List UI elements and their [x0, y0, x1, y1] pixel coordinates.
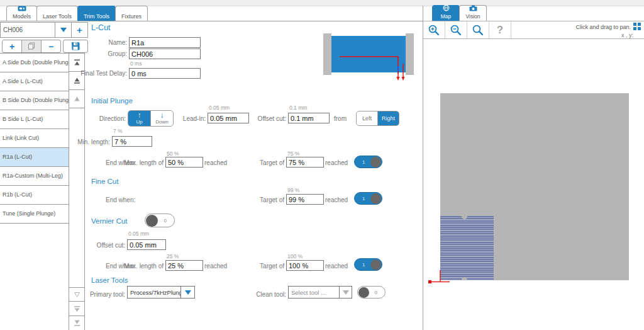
group-selector: +: [0, 22, 88, 38]
list-item[interactable]: B Side L (L-Cut): [0, 110, 69, 129]
group-label: Group:: [74, 50, 127, 57]
final-test-delay-label: Final Test Delay:: [70, 70, 127, 77]
primary-tool-label: Primary tool:: [75, 291, 125, 298]
initial-plunge-title: Initial Plunge: [91, 97, 133, 105]
tab-laser-tools[interactable]: Laser Tools: [36, 6, 78, 21]
move-to-bottom-button[interactable]: [69, 316, 84, 330]
vernier-offset-field[interactable]: [127, 239, 166, 250]
name-field[interactable]: [129, 37, 201, 48]
clean-tool-label: Clean tool:: [236, 291, 286, 298]
group-field[interactable]: [129, 48, 201, 59]
primary-tool-dropdown[interactable]: Process/7kHzPlunge: [127, 286, 195, 299]
from-right-button[interactable]: Right: [377, 111, 399, 125]
list-item[interactable]: R1b (L-Cut): [0, 186, 69, 205]
vernier-offset-label: Offset cut:: [75, 242, 125, 249]
map-panel: Map Vision ? Click and: [423, 0, 644, 330]
vernier-cut-enable-toggle[interactable]: 0: [145, 213, 175, 227]
vernier-target-toggle[interactable]: 1: [354, 258, 382, 271]
target-field[interactable]: [286, 157, 324, 168]
fine-cut-title: Fine Cut: [91, 178, 118, 185]
zoom-out-icon: [450, 24, 462, 37]
min-length-field[interactable]: [112, 136, 152, 147]
clean-tool-dropdown-button[interactable]: [340, 286, 352, 299]
tab-label: Trim Tools: [84, 13, 109, 20]
trim-block-list: A Side Dub (Double Plunge) A Side L (L-C…: [0, 53, 69, 330]
toggle-knob: [358, 287, 369, 298]
tab-vision[interactable]: Vision: [459, 5, 487, 21]
toggle-state: 1: [362, 262, 365, 268]
map-canvas[interactable]: [440, 93, 629, 280]
max-length-hint: 25 %: [167, 253, 179, 259]
move-down-page-icon: [74, 305, 80, 312]
list-item-selected[interactable]: R1a (L-Cut): [0, 148, 69, 167]
reached-label: reached: [325, 159, 348, 166]
tab-trim-tools[interactable]: Trim Tools: [77, 6, 116, 21]
chevron-down-icon: [60, 28, 67, 32]
help-icon: ?: [497, 24, 503, 37]
max-length-hint: 50 %: [167, 151, 179, 157]
view-tabs: Map Vision: [432, 5, 486, 21]
tab-models[interactable]: Models: [6, 6, 37, 21]
add-item-button[interactable]: +: [3, 40, 22, 52]
vernier-cut-title: Vernier Cut: [91, 217, 128, 225]
tab-map[interactable]: Map: [432, 5, 460, 21]
list-item[interactable]: Tune (Single Plunge): [0, 205, 69, 224]
form-title: L-Cut: [91, 23, 111, 32]
list-item[interactable]: R1a-Custom (Multi-Leg): [0, 167, 69, 186]
vernier-target-field[interactable]: [286, 260, 324, 271]
min-length-label: Min. length:: [58, 139, 110, 145]
globe-icon: [443, 4, 450, 13]
max-length-field[interactable]: [165, 157, 203, 168]
fine-cut-target-field[interactable]: [286, 194, 324, 205]
delay-hint: 0 ms: [130, 60, 142, 67]
item-toolbar: + −: [2, 40, 61, 53]
move-to-bottom-icon: [74, 320, 80, 327]
initial-plunge-target-toggle[interactable]: 1: [354, 156, 382, 168]
offset-cut-field[interactable]: [288, 113, 330, 123]
tab-label: Laser Tools: [43, 13, 72, 20]
pan-hint: Click and drag to pan.: [518, 23, 631, 30]
vernier-max-length-field[interactable]: [165, 260, 203, 271]
probe-notch: [462, 216, 467, 219]
coordinates-label: x , y:: [580, 32, 633, 38]
clean-tool-dropdown[interactable]: Select tool ...: [288, 286, 352, 299]
trim-path-overlay: [323, 33, 414, 84]
move-down-page-button[interactable]: [69, 302, 84, 316]
from-side-toggle: Left Right: [356, 111, 399, 126]
zoom-in-button[interactable]: [423, 21, 445, 38]
tab-label: Map: [441, 13, 452, 20]
fine-cut-target-toggle[interactable]: 1: [354, 192, 382, 205]
max-length-label: Max. length of: [113, 263, 164, 270]
from-label: from: [334, 115, 347, 122]
tab-fixtures[interactable]: Fixtures: [115, 6, 148, 21]
from-left-button[interactable]: Left: [357, 111, 377, 125]
remove-item-button[interactable]: −: [42, 40, 60, 52]
max-length-label: Max. length of: [113, 159, 164, 166]
toggle-state: 1: [362, 159, 365, 165]
pan-grid-icon[interactable]: [633, 23, 641, 31]
minus-icon: −: [48, 42, 53, 51]
group-select-input[interactable]: [1, 23, 55, 37]
toggle-knob: [146, 215, 158, 227]
list-item[interactable]: A Side L (L-Cut): [0, 72, 69, 91]
reached-label: reached: [204, 263, 227, 270]
duplicate-item-button[interactable]: [22, 40, 42, 52]
help-button[interactable]: ?: [489, 21, 511, 38]
tab-label: Vision: [466, 13, 480, 20]
list-item[interactable]: B Side Dub (Double Plunge): [0, 91, 69, 110]
move-up-button[interactable]: [69, 90, 84, 108]
target-hint: 100 %: [287, 253, 303, 259]
clean-tool-value: Select tool ...: [288, 286, 340, 299]
reached-label: reached: [204, 159, 227, 166]
group-add-button[interactable]: +: [71, 23, 87, 37]
direction-up-button[interactable]: ↑ Up: [128, 111, 150, 126]
final-test-delay-field[interactable]: [129, 68, 201, 79]
clean-tool-enable-toggle[interactable]: 0: [357, 286, 386, 299]
zoom-out-button[interactable]: [445, 21, 467, 38]
target-of-label: Target of: [234, 196, 284, 203]
list-item[interactable]: A Side Dub (Double Plunge): [0, 54, 69, 72]
primary-tool-dropdown-button[interactable]: [181, 286, 195, 299]
magnify-button[interactable]: [467, 21, 489, 38]
group-dropdown-button[interactable]: [55, 23, 71, 37]
end-when-label: End when:: [106, 196, 135, 203]
